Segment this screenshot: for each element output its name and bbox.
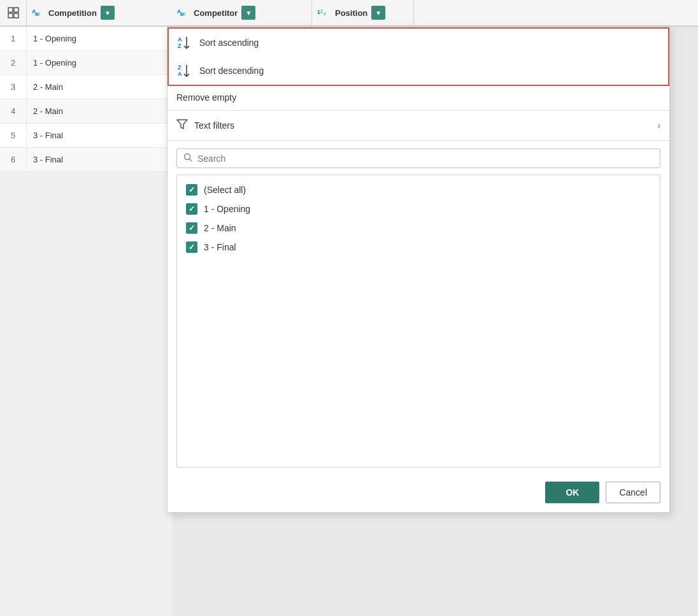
row-cell: 2 - Main: [27, 99, 171, 123]
divider: [167, 110, 669, 111]
svg-rect-3: [14, 13, 18, 18]
svg-point-20: [185, 154, 190, 160]
svg-text:A: A: [178, 36, 182, 43]
text-filters-label: Text filters: [194, 120, 234, 131]
checkbox-label-1-opening: 1 - Opening: [204, 204, 250, 214]
svg-text:A: A: [178, 71, 182, 77]
row-number: 3: [0, 75, 27, 99]
svg-rect-1: [14, 8, 18, 12]
table-row: 4 2 - Main: [0, 99, 171, 124]
checkbox-checked-icon: [186, 203, 197, 215]
checkbox-item-3-final[interactable]: 3 - Final: [177, 238, 660, 257]
table-row: 1 1 - Opening: [0, 27, 171, 51]
ok-button[interactable]: OK: [545, 482, 599, 503]
dropdown-panel: A Z Sort ascending Z A Sort descending: [167, 27, 670, 513]
row-cell: 1 - Opening: [27, 27, 171, 50]
cancel-button[interactable]: Cancel: [606, 482, 660, 503]
svg-text:3: 3: [324, 12, 326, 16]
competitor-header-label: Competitor: [194, 8, 238, 18]
checkbox-item-select-all[interactable]: (Select all): [177, 180, 660, 199]
checkbox-checked-icon: [186, 222, 197, 234]
svg-rect-2: [8, 13, 13, 18]
position-header-label: Position: [335, 8, 367, 18]
position-column-header[interactable]: 1 2 3 Position ▼: [312, 0, 414, 25]
table-row: 6 3 - Final: [0, 148, 171, 172]
sort-descending-item[interactable]: Z A Sort descending: [169, 57, 668, 85]
checkbox-label-3-final: 3 - Final: [204, 242, 236, 252]
abc-icon-competitor: A B C: [177, 7, 190, 18]
button-row: OK Cancel: [167, 474, 669, 512]
row-cell: 3 - Final: [27, 148, 171, 171]
num-icon-position: 1 2 3: [317, 7, 331, 18]
svg-text:C: C: [183, 12, 186, 16]
svg-text:C: C: [38, 12, 41, 16]
row-cell: 2 - Main: [27, 75, 171, 99]
search-input[interactable]: [197, 154, 653, 164]
search-icon: [183, 153, 192, 164]
sort-ascending-item[interactable]: A Z Sort ascending: [169, 29, 668, 57]
competition-dropdown-button[interactable]: ▼: [101, 6, 115, 20]
right-columns-header: A B C Competitor ▼ 1 2 3 Position ▼: [172, 0, 698, 27]
svg-text:Z: Z: [178, 43, 182, 49]
table-row: 3 2 - Main: [0, 75, 171, 99]
chevron-right-icon: ›: [657, 120, 660, 131]
table-row: 5 3 - Final: [0, 124, 171, 148]
sort-descending-icon: Z A: [178, 63, 193, 78]
checkbox-label-select-all: (Select all): [204, 185, 246, 195]
row-number: 4: [0, 99, 27, 123]
search-section: [167, 142, 669, 175]
remove-empty-item[interactable]: Remove empty: [167, 86, 669, 109]
search-box[interactable]: [176, 148, 660, 168]
row-number: 5: [0, 124, 27, 147]
grid-icon: [8, 7, 19, 18]
sort-descending-label: Sort descending: [199, 66, 264, 76]
checkbox-item-2-main[interactable]: 2 - Main: [177, 218, 660, 238]
checkbox-item-1-opening[interactable]: 1 - Opening: [177, 199, 660, 218]
row-cell: 1 - Opening: [27, 51, 171, 75]
checkbox-label-2-main: 2 - Main: [204, 223, 236, 233]
divider: [167, 140, 669, 141]
abc-icon-competition: A B C: [32, 7, 45, 18]
text-filters-item[interactable]: Text filters ›: [167, 112, 669, 139]
checkbox-list: (Select all) 1 - Opening 2 - Main 3 - Fi…: [176, 175, 660, 468]
svg-rect-0: [8, 8, 13, 12]
row-number: 6: [0, 148, 27, 171]
svg-text:Z: Z: [178, 64, 182, 71]
position-dropdown-button[interactable]: ▼: [371, 6, 385, 20]
row-number: 2: [0, 51, 27, 75]
remove-empty-label: Remove empty: [176, 92, 236, 103]
competitor-column-header[interactable]: A B C Competitor ▼: [172, 0, 312, 25]
index-column-header: [0, 0, 27, 25]
table-row: 2 1 - Opening: [0, 51, 171, 75]
sort-ascending-label: Sort ascending: [199, 38, 259, 48]
competition-header-label: Competition: [48, 8, 97, 18]
row-number: 1: [0, 27, 27, 50]
competitor-dropdown-button[interactable]: ▼: [241, 6, 255, 20]
filter-icon: [176, 118, 188, 133]
svg-marker-19: [177, 120, 187, 129]
table-body: 1 1 - Opening 2 1 - Opening 3 2 - Main 4…: [0, 27, 172, 172]
checkbox-checked-icon: [186, 184, 197, 196]
row-cell: 3 - Final: [27, 124, 171, 147]
svg-line-21: [190, 159, 192, 162]
svg-text:2: 2: [320, 9, 323, 13]
checkbox-checked-icon: [186, 241, 197, 253]
sort-section: A Z Sort ascending Z A Sort descending: [167, 27, 669, 86]
sort-ascending-icon: A Z: [178, 35, 193, 50]
